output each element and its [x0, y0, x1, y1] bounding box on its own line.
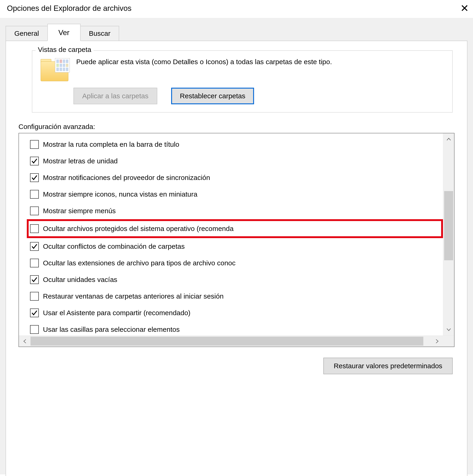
scroll-left-icon[interactable] [19, 336, 31, 347]
advanced-options-list: Mostrar la ruta completa en la barra de … [19, 133, 443, 336]
vertical-scroll-track[interactable] [443, 145, 454, 324]
titlebar: Opciones del Explorador de archivos ✕ [0, 0, 473, 18]
window-title: Opciones del Explorador de archivos [7, 4, 131, 13]
tab-ver[interactable]: Ver [47, 24, 81, 41]
scroll-up-icon[interactable] [443, 133, 454, 145]
advanced-option-row[interactable]: Restaurar ventanas de carpetas anteriore… [30, 288, 443, 305]
checkbox[interactable] [30, 259, 39, 267]
vertical-scrollbar[interactable] [443, 133, 454, 336]
advanced-option-label: Ocultar unidades vacías [43, 276, 117, 284]
advanced-option-row[interactable]: Mostrar notificaciones del proveedor de … [30, 169, 443, 186]
restore-defaults-button[interactable]: Restaurar valores predeterminados [323, 358, 453, 374]
advanced-option-label: Usar las casillas para seleccionar eleme… [43, 325, 180, 333]
horizontal-scrollbar[interactable] [19, 336, 454, 347]
checkbox[interactable] [30, 190, 39, 199]
advanced-option-label: Mostrar la ruta completa en la barra de … [43, 140, 179, 148]
advanced-option-row[interactable]: Ocultar archivos protegidos del sistema … [27, 219, 443, 238]
advanced-option-label: Ocultar conflictos de combinación de car… [43, 242, 185, 250]
advanced-option-row[interactable]: Mostrar siempre menús [30, 203, 443, 219]
advanced-option-label: Ocultar archivos protegidos del sistema … [43, 225, 234, 233]
scrollbar-corner [443, 336, 454, 347]
checkbox[interactable] [30, 140, 39, 149]
checkbox[interactable] [30, 308, 39, 317]
tab-buscar[interactable]: Buscar [80, 26, 119, 41]
tab-strip: General Ver Buscar [5, 18, 468, 41]
checkbox[interactable] [30, 224, 39, 233]
advanced-option-row[interactable]: Ocultar conflictos de combinación de car… [30, 238, 443, 255]
advanced-settings-box: Mostrar la ruta completa en la barra de … [18, 133, 455, 347]
close-icon[interactable]: ✕ [458, 3, 471, 13]
checkbox[interactable] [30, 325, 39, 334]
folder-views-group: Vistas de carpeta Puede aplicar esta vis… [32, 50, 453, 113]
checkbox[interactable] [30, 157, 39, 165]
horizontal-scroll-track[interactable] [31, 336, 431, 347]
folder-preview-icon [39, 57, 70, 81]
advanced-option-label: Mostrar siempre iconos, nunca vistas en … [43, 190, 198, 198]
horizontal-scroll-thumb[interactable] [31, 337, 423, 346]
advanced-option-row[interactable]: Ocultar las extensiones de archivo para … [30, 255, 443, 271]
advanced-settings-label: Configuración avanzada: [18, 123, 457, 131]
advanced-option-label: Mostrar siempre menús [43, 207, 116, 215]
checkbox[interactable] [30, 173, 39, 182]
scroll-right-icon[interactable] [431, 336, 443, 347]
tab-general[interactable]: General [5, 26, 48, 41]
advanced-option-label: Ocultar las extensiones de archivo para … [43, 259, 236, 267]
checkbox[interactable] [30, 206, 39, 215]
advanced-option-row[interactable]: Usar el Asistente para compartir (recome… [30, 305, 443, 321]
checkbox[interactable] [30, 292, 39, 301]
reset-folders-button[interactable]: Restablecer carpetas [171, 88, 254, 104]
apply-to-folders-button: Aplicar a las carpetas [73, 88, 157, 104]
dialog-body: General Ver Buscar Vistas de carpeta [0, 18, 473, 474]
vertical-scroll-thumb[interactable] [444, 191, 453, 260]
advanced-option-row[interactable]: Mostrar siempre iconos, nunca vistas en … [30, 186, 443, 203]
advanced-option-label: Mostrar letras de unidad [43, 157, 118, 165]
advanced-option-label: Mostrar notificaciones del proveedor de … [43, 174, 210, 182]
checkbox[interactable] [30, 242, 39, 251]
advanced-option-row[interactable]: Mostrar la ruta completa en la barra de … [30, 136, 443, 153]
advanced-option-label: Usar el Asistente para compartir (recome… [43, 309, 191, 317]
checkbox[interactable] [30, 275, 39, 284]
advanced-option-row[interactable]: Mostrar letras de unidad [30, 153, 443, 169]
tab-panel-ver: Vistas de carpeta Puede aplicar esta vis… [5, 41, 468, 476]
folder-views-legend: Vistas de carpeta [36, 46, 93, 53]
folder-views-description: Puede aplicar esta vista (como Detalles … [76, 57, 337, 67]
advanced-option-label: Restaurar ventanas de carpetas anteriore… [43, 292, 224, 300]
advanced-option-row[interactable]: Ocultar unidades vacías [30, 271, 443, 288]
scroll-down-icon[interactable] [443, 324, 454, 336]
advanced-option-row[interactable]: Usar las casillas para seleccionar eleme… [30, 321, 443, 336]
